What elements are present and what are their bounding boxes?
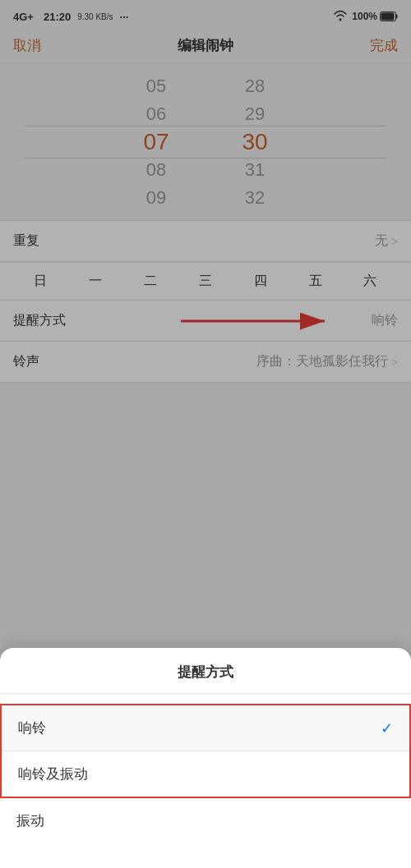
check-icon: ✓ — [381, 719, 393, 737]
modal-option-vibrate-label: 振动 — [16, 811, 44, 830]
modal-sheet: 提醒方式 响铃 ✓ 响铃及振动 振动 — [0, 648, 411, 868]
modal-option-ring[interactable]: 响铃 ✓ — [2, 705, 409, 751]
modal-title: 提醒方式 — [0, 648, 411, 694]
modal-options-bordered: 响铃 ✓ 响铃及振动 — [0, 704, 411, 798]
modal-overlay[interactable]: 提醒方式 响铃 ✓ 响铃及振动 振动 — [0, 0, 411, 868]
modal-option-ring-vibrate-label: 响铃及振动 — [18, 765, 88, 783]
modal-option-vibrate[interactable]: 振动 — [0, 798, 411, 843]
modal-option-ring-label: 响铃 — [18, 719, 46, 737]
modal-option-ring-vibrate[interactable]: 响铃及振动 — [2, 751, 409, 797]
